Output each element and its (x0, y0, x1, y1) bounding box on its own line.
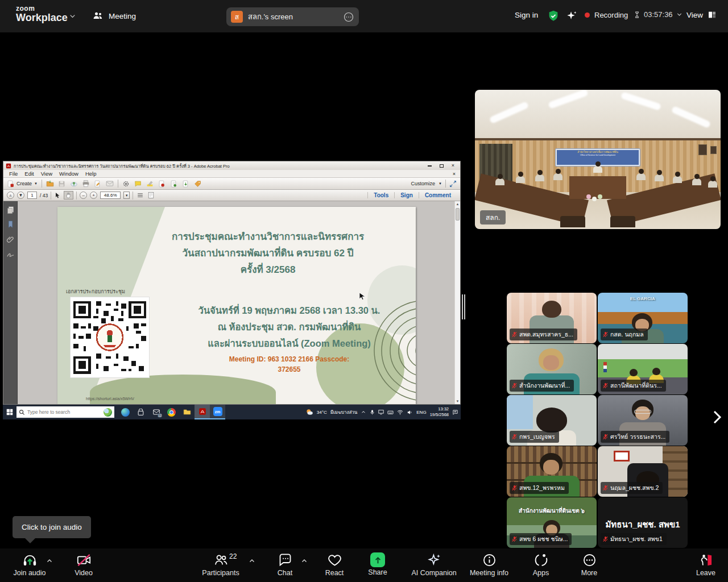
hand-tool-button[interactable] (64, 191, 73, 199)
more-button[interactable]: More (555, 552, 623, 577)
fit-page-icon[interactable] (147, 192, 155, 199)
zoom-in-button[interactable]: + (90, 192, 97, 199)
next-participants-chevron[interactable] (710, 406, 725, 429)
tray-display-icon[interactable] (378, 409, 384, 415)
zoom-out-button[interactable]: – (80, 192, 87, 199)
scroll-mode-icon[interactable] (136, 192, 144, 199)
sign-in-button[interactable]: Sign in (515, 11, 538, 19)
more-options-icon[interactable] (343, 11, 354, 23)
signatures-icon[interactable] (6, 250, 15, 259)
zoom-workplace-logo: zoom Workplace (16, 5, 68, 23)
settings-gear-icon[interactable] (122, 180, 130, 188)
zoom-level-value[interactable]: 48.6% (100, 192, 121, 199)
menu-view[interactable]: View (38, 171, 56, 177)
tray-wifi-icon[interactable] (397, 409, 403, 415)
participant-tile[interactable]: สพข.12_พรพรหม (507, 446, 597, 497)
weather-icon[interactable] (305, 408, 313, 416)
start-button[interactable] (3, 405, 16, 419)
save-icon[interactable] (58, 180, 66, 188)
participant-tile[interactable]: มัทธนา_ผชช. สพข1 มัทธนา_ผชช. สพข1 (598, 497, 688, 548)
customize-button[interactable]: Customize (411, 181, 436, 186)
taskbar-zoom-icon[interactable]: zm (210, 405, 225, 419)
participants-button[interactable]: Participants 22 (187, 552, 255, 577)
tag-icon[interactable] (194, 180, 202, 188)
create-button[interactable]: Create ▼ (7, 180, 38, 188)
view-button[interactable]: View (686, 10, 717, 19)
scroll-up-icon[interactable]: ▲ (455, 201, 460, 207)
tab-shared-screen[interactable]: ส สลก.'s screen (226, 7, 359, 26)
ai-companion-sparkle-icon[interactable] (565, 10, 578, 22)
vertical-scrollbar[interactable]: ▲ ▼ (454, 201, 460, 404)
notification-center-icon[interactable] (452, 409, 458, 415)
tray-volume-icon[interactable] (407, 409, 413, 415)
upload-icon[interactable] (70, 180, 78, 188)
certify-doc-icon[interactable] (170, 180, 178, 188)
page-thumbnails-icon[interactable] (6, 206, 15, 214)
participant-tile[interactable]: สพด.สมุทรสาคร_ธ... (507, 293, 597, 343)
menu-window[interactable]: Window (56, 171, 82, 177)
close-document-icon[interactable]: × (453, 171, 458, 177)
highlight-icon[interactable] (146, 180, 154, 188)
open-file-icon[interactable] (46, 180, 54, 188)
taskbar-acrobat-icon[interactable] (195, 405, 210, 419)
video-button[interactable]: Video (49, 552, 118, 577)
sign-doc-icon[interactable] (158, 180, 166, 188)
timer-chevron-down-icon[interactable] (676, 11, 683, 18)
scrollbar-thumb[interactable] (456, 208, 460, 221)
menu-edit[interactable]: Edit (21, 171, 37, 177)
comment-tab[interactable]: Comment (419, 192, 457, 198)
select-tool-icon[interactable] (54, 192, 61, 199)
taskbar-store-icon[interactable] (133, 405, 148, 419)
taskbar-chrome-icon[interactable] (164, 405, 179, 419)
tray-keyboard-icon[interactable] (387, 409, 394, 415)
participant-tile[interactable]: สำนักงานพัฒนาที่ดินเขต ๖ สพข 6 ผชช ชนิษ.… (507, 497, 597, 548)
tools-tab[interactable]: Tools (367, 192, 394, 198)
main-video-tile[interactable]: สำนักวิทยาศาสตร์เพื่อการพัฒนาที่ดิน Offi… (475, 90, 721, 229)
view-label: View (686, 11, 703, 19)
page-number-input[interactable] (27, 192, 37, 199)
tray-mic-icon[interactable] (370, 410, 375, 415)
participant-tile[interactable]: ศรวิทย์ วรรธนะสาร... (598, 395, 688, 446)
close-button[interactable]: × (452, 163, 454, 168)
tab-meeting[interactable]: Meeting (92, 8, 136, 24)
participant-tile[interactable]: สถานีพัฒนาที่ดินร... (598, 344, 688, 394)
comment-bubble-icon[interactable] (134, 180, 142, 188)
temperature-label[interactable]: 34°C (317, 410, 327, 415)
export-doc-icon[interactable] (182, 180, 190, 188)
participant-tile[interactable]: กพร_เบญจพร (507, 395, 597, 446)
sign-tab[interactable]: Sign (394, 192, 419, 198)
panel-resize-handle[interactable] (462, 294, 466, 319)
edit-page-icon[interactable] (94, 180, 102, 188)
menu-file[interactable]: File (6, 171, 21, 177)
security-shield-icon[interactable] (547, 10, 560, 22)
search-input[interactable] (27, 409, 101, 415)
scroll-down-icon[interactable]: ▼ (455, 398, 460, 404)
taskbar-search-box[interactable] (16, 406, 114, 418)
previous-page-button[interactable]: ▲ (7, 192, 14, 199)
taskbar-mail-icon[interactable]: 12 (148, 405, 164, 419)
menu-help[interactable]: Help (82, 171, 100, 177)
recording-indicator[interactable]: Recording (585, 11, 628, 19)
next-page-button[interactable]: ▼ (17, 192, 24, 199)
participant-tile[interactable]: สำนักงานพัฒนาที่... (507, 344, 597, 394)
fullscreen-icon[interactable] (449, 180, 457, 188)
email-icon[interactable] (106, 180, 114, 188)
weather-desc-label[interactable]: มีเมฆบางส่วน (330, 409, 358, 416)
bookmarks-icon[interactable] (6, 220, 15, 228)
acrobat-title-bar[interactable]: การประชุมคณะทำงานวิชาการและนิทรรศการ วัน… (3, 161, 460, 170)
zoom-dropdown-button[interactable]: ▼ (123, 192, 130, 199)
print-icon[interactable] (82, 180, 90, 188)
leave-button[interactable]: Leave (672, 552, 728, 577)
participant-tile[interactable]: EL GARCIA กสด. นฤกมล (598, 293, 688, 343)
attachments-paperclip-icon[interactable] (6, 235, 15, 244)
search-highlights-icon[interactable] (104, 408, 112, 417)
language-indicator[interactable]: ENG (416, 410, 426, 415)
taskbar-explorer-icon[interactable] (179, 405, 195, 419)
maximize-button[interactable] (440, 164, 444, 168)
workspace-chevron-down-icon[interactable] (68, 12, 77, 20)
tray-chevron-up-icon[interactable] (361, 409, 366, 415)
minimize-button[interactable] (428, 165, 432, 167)
participant-tile[interactable]: นฤมล_ผชช.สพข.2 (598, 446, 688, 497)
taskbar-clock[interactable]: 13:32 19/5/2568 (430, 406, 449, 418)
taskbar-edge-icon[interactable] (118, 405, 133, 419)
